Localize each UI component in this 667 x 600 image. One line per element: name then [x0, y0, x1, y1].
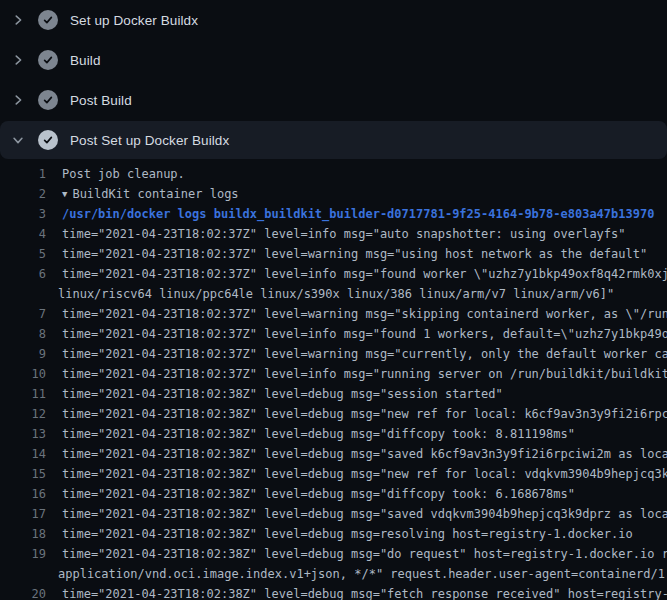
- log-line: 11 time="2021-04-23T18:02:38Z" level=deb…: [0, 384, 667, 404]
- log-line: 13 time="2021-04-23T18:02:38Z" level=deb…: [0, 424, 667, 444]
- step-title: Post Set up Docker Buildx: [70, 133, 229, 148]
- check-circle-icon: [38, 50, 58, 70]
- line-number[interactable]: 14: [0, 444, 46, 464]
- line-number[interactable]: 5: [0, 244, 46, 264]
- line-number[interactable]: 18: [0, 524, 46, 544]
- log-line: 17 time="2021-04-23T18:02:38Z" level=deb…: [0, 504, 667, 524]
- line-number[interactable]: 19: [0, 544, 46, 564]
- log-line: 7 time="2021-04-23T18:02:37Z" level=warn…: [0, 304, 667, 324]
- line-text: time="2021-04-23T18:02:37Z" level=info m…: [62, 224, 626, 244]
- line-text: time="2021-04-23T18:02:37Z" level=warnin…: [62, 344, 667, 364]
- line-number[interactable]: 1: [0, 164, 46, 184]
- line-text: time="2021-04-23T18:02:38Z" level=debug …: [62, 384, 503, 404]
- chevron-right-icon: [10, 12, 26, 28]
- line-number[interactable]: 2: [0, 184, 46, 204]
- line-text: time="2021-04-23T18:02:37Z" level=warnin…: [62, 304, 667, 324]
- line-text: time="2021-04-23T18:02:38Z" level=debug …: [62, 404, 667, 424]
- line-number[interactable]: 17: [0, 504, 46, 524]
- line-number[interactable]: 3: [0, 204, 46, 224]
- line-text: time="2021-04-23T18:02:38Z" level=debug …: [62, 464, 667, 484]
- log-line: 12 time="2021-04-23T18:02:38Z" level=deb…: [0, 404, 667, 424]
- log-line: 6 time="2021-04-23T18:02:37Z" level=info…: [0, 264, 667, 284]
- line-number[interactable]: 6: [0, 264, 46, 284]
- line-number: [0, 284, 46, 304]
- line-text: time="2021-04-23T18:02:38Z" level=debug …: [62, 524, 633, 544]
- check-circle-icon: [38, 90, 58, 110]
- log-line: 5 time="2021-04-23T18:02:37Z" level=warn…: [0, 244, 667, 264]
- line-number[interactable]: 7: [0, 304, 46, 324]
- log-area: 1 Post job cleanup. 2 ▼BuildKit containe…: [0, 160, 667, 600]
- step-row[interactable]: Set up Docker Buildx: [0, 0, 667, 40]
- log-line: 20 time="2021-04-23T18:02:38Z" level=deb…: [0, 584, 667, 600]
- line-text: time="2021-04-23T18:02:37Z" level=warnin…: [62, 244, 647, 264]
- chevron-right-icon: [10, 92, 26, 108]
- line-number[interactable]: 20: [0, 584, 46, 600]
- group-collapse-triangle-icon[interactable]: ▼: [62, 184, 67, 204]
- step-title: Post Build: [70, 93, 132, 108]
- line-number[interactable]: 9: [0, 344, 46, 364]
- chevron-right-icon: [10, 52, 26, 68]
- log-line: 1 Post job cleanup.: [0, 164, 667, 184]
- line-text: application/vnd.oci.image.index.v1+json,…: [58, 564, 667, 584]
- log-line: 3 /usr/bin/docker logs buildx_buildkit_b…: [0, 204, 667, 224]
- line-text: time="2021-04-23T18:02:38Z" level=debug …: [62, 544, 667, 564]
- log-line: application/vnd.oci.image.index.v1+json,…: [0, 564, 667, 584]
- log-line: linux/riscv64 linux/ppc64le linux/s390x …: [0, 284, 667, 304]
- step-title: Set up Docker Buildx: [70, 13, 198, 28]
- line-text: time="2021-04-23T18:02:38Z" level=debug …: [62, 444, 667, 464]
- log-line: 10 time="2021-04-23T18:02:37Z" level=inf…: [0, 364, 667, 384]
- log-line: 8 time="2021-04-23T18:02:37Z" level=info…: [0, 324, 667, 344]
- line-number[interactable]: 16: [0, 484, 46, 504]
- log-line: 9 time="2021-04-23T18:02:37Z" level=warn…: [0, 344, 667, 364]
- steps-list: Set up Docker Buildx Build Post Build Po…: [0, 0, 667, 159]
- line-text: time="2021-04-23T18:02:38Z" level=debug …: [62, 484, 575, 504]
- line-text: time="2021-04-23T18:02:37Z" level=info m…: [62, 364, 667, 384]
- step-row[interactable]: Post Set up Docker Buildx: [0, 121, 667, 159]
- check-circle-icon: [38, 130, 58, 150]
- log-line: 18 time="2021-04-23T18:02:38Z" level=deb…: [0, 524, 667, 544]
- line-text: time="2021-04-23T18:02:37Z" level=info m…: [62, 324, 667, 344]
- step-row[interactable]: Post Build: [0, 80, 667, 120]
- line-number[interactable]: 12: [0, 404, 46, 424]
- log-line: 14 time="2021-04-23T18:02:38Z" level=deb…: [0, 444, 667, 464]
- actions-log-viewer: Set up Docker Buildx Build Post Build Po…: [0, 0, 667, 600]
- line-text: time="2021-04-23T18:02:38Z" level=debug …: [62, 584, 667, 600]
- line-text: linux/riscv64 linux/ppc64le linux/s390x …: [58, 284, 614, 304]
- command-line-text: /usr/bin/docker logs buildx_buildkit_bui…: [62, 204, 654, 224]
- group-label[interactable]: BuildKit container logs: [72, 187, 238, 201]
- line-number[interactable]: 11: [0, 384, 46, 404]
- line-number: [0, 564, 46, 584]
- line-number[interactable]: 10: [0, 364, 46, 384]
- log-line: 15 time="2021-04-23T18:02:38Z" level=deb…: [0, 464, 667, 484]
- log-line: 4 time="2021-04-23T18:02:37Z" level=info…: [0, 224, 667, 244]
- step-row[interactable]: Build: [0, 40, 667, 80]
- line-text: time="2021-04-23T18:02:37Z" level=info m…: [62, 264, 667, 284]
- log-line: 2 ▼BuildKit container logs: [0, 184, 667, 204]
- chevron-down-icon: [10, 132, 26, 148]
- check-circle-icon: [38, 10, 58, 30]
- line-number[interactable]: 4: [0, 224, 46, 244]
- line-number[interactable]: 15: [0, 464, 46, 484]
- line-text: time="2021-04-23T18:02:38Z" level=debug …: [62, 424, 575, 444]
- log-line: 16 time="2021-04-23T18:02:38Z" level=deb…: [0, 484, 667, 504]
- log-line: 19 time="2021-04-23T18:02:38Z" level=deb…: [0, 544, 667, 564]
- line-text: time="2021-04-23T18:02:38Z" level=debug …: [62, 504, 667, 524]
- line-number[interactable]: 8: [0, 324, 46, 344]
- step-title: Build: [70, 53, 101, 68]
- line-text: ▼BuildKit container logs: [62, 184, 239, 204]
- line-number[interactable]: 13: [0, 424, 46, 444]
- line-text: Post job cleanup.: [62, 164, 185, 184]
